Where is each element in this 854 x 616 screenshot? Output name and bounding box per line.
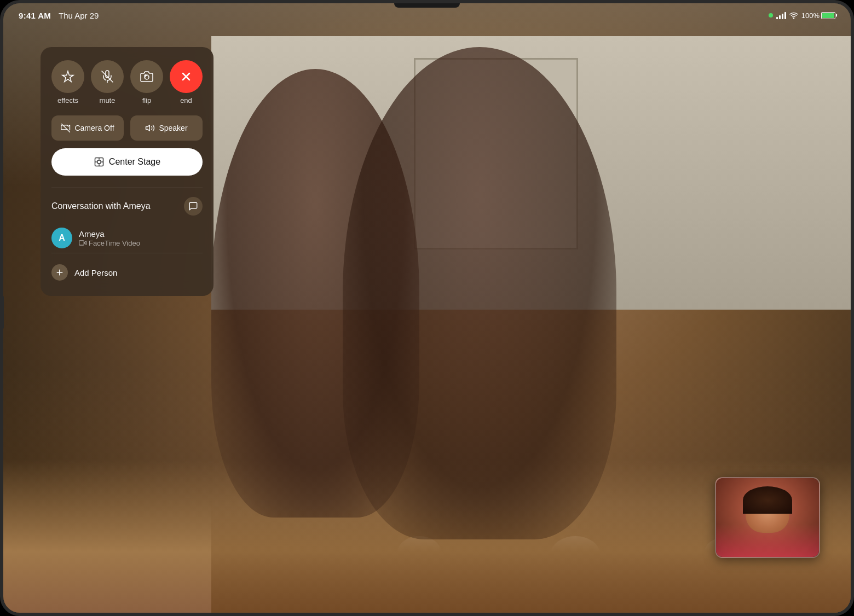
contact-call-type: FaceTime Video [89, 239, 140, 247]
flip-label: flip [142, 96, 152, 104]
camera-off-label: Camera Off [74, 124, 114, 132]
add-person-row[interactable]: Add Person [51, 260, 203, 285]
flip-button[interactable]: flip [130, 60, 163, 104]
camera-off-button[interactable]: Camera Off [51, 115, 124, 141]
status-right: 100% [769, 11, 835, 20]
conversation-header: Conversation with Ameya [51, 197, 203, 216]
camera-off-icon [61, 123, 71, 133]
contact-name: Ameya [79, 229, 203, 239]
green-dot [769, 13, 773, 18]
person-right [343, 47, 616, 539]
ipad-side-button [2, 296, 4, 329]
svg-point-9 [97, 160, 101, 164]
x-icon [180, 70, 193, 83]
call-buttons-row: effects mute [51, 60, 203, 104]
control-panel: effects mute [41, 47, 214, 296]
effects-label: effects [57, 96, 78, 104]
svg-marker-14 [84, 241, 86, 245]
add-person-icon [51, 264, 68, 281]
sparkle-icon [61, 70, 74, 83]
effects-button-circle [51, 60, 84, 93]
contact-avatar: A [51, 228, 72, 248]
mute-button[interactable]: mute [91, 60, 124, 104]
flip-button-circle [130, 60, 163, 93]
camera-flip-icon [140, 70, 153, 83]
message-bubble-icon [188, 201, 198, 211]
signal-bars [776, 11, 786, 19]
status-time: 9:41 AM [19, 11, 51, 20]
svg-point-0 [793, 18, 794, 19]
ipad-frame: 9:41 AM Thu Apr 29 100% [0, 0, 854, 616]
contact-status: FaceTime Video [79, 239, 203, 247]
contact-info: Ameya FaceTime Video [79, 229, 203, 247]
status-date: Thu Apr 29 [59, 11, 99, 20]
end-button[interactable]: end [170, 60, 203, 104]
plus-icon [55, 268, 64, 277]
end-label: end [180, 96, 192, 104]
center-stage-label: Center Stage [109, 157, 160, 167]
mute-button-circle [91, 60, 124, 93]
video-icon [79, 239, 86, 247]
mute-label: mute [100, 96, 116, 104]
signal-bar-4 [784, 12, 786, 19]
speaker-icon [145, 123, 155, 133]
signal-bar-3 [782, 14, 783, 19]
conversation-title: Conversation with Ameya [51, 201, 151, 211]
camera-notch [394, 3, 460, 8]
center-stage-icon [94, 156, 105, 167]
mic-slash-icon [101, 70, 114, 83]
effects-button[interactable]: effects [51, 60, 84, 104]
pip-hair [743, 486, 792, 514]
signal-bar-2 [779, 15, 781, 19]
message-icon-button[interactable] [184, 197, 203, 216]
center-stage-button[interactable]: Center Stage [51, 148, 203, 176]
svg-rect-15 [79, 241, 84, 245]
end-button-circle [170, 60, 203, 93]
battery-container: 100% [801, 11, 835, 20]
pip-video[interactable] [715, 477, 820, 558]
conversation-section: Conversation with Ameya A Ameya [51, 188, 203, 285]
svg-marker-7 [146, 125, 150, 131]
signal-bar-1 [776, 17, 778, 19]
speaker-button[interactable]: Speaker [130, 115, 203, 141]
speaker-label: Speaker [159, 124, 187, 132]
contact-row: A Ameya FaceTime Video [51, 223, 203, 253]
secondary-buttons-row: Camera Off Speaker [51, 115, 203, 141]
wifi-icon [789, 11, 798, 20]
contact-avatar-letter: A [59, 233, 65, 243]
battery-icon [821, 12, 835, 19]
add-person-label: Add Person [74, 268, 117, 277]
battery-percent: 100% [801, 11, 820, 20]
battery-fill [822, 13, 834, 18]
